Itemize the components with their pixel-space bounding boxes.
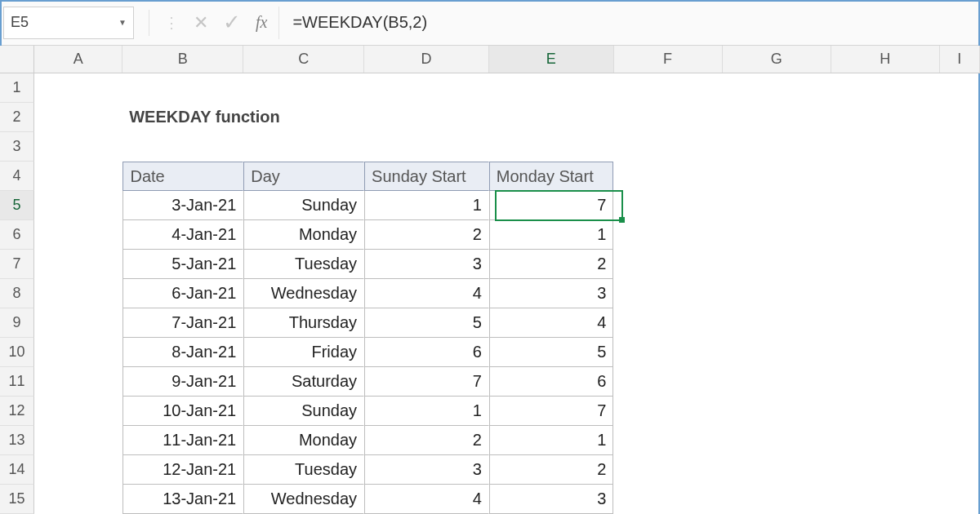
cell-I7[interactable] [940, 250, 980, 279]
cell-A15[interactable] [34, 485, 122, 514]
cell-I9[interactable] [940, 308, 980, 338]
cell-G1[interactable] [722, 73, 831, 103]
row-header-15[interactable]: 15 [0, 485, 34, 514]
cell-I6[interactable] [940, 220, 980, 250]
cell-B9[interactable]: 7-Jan-21 [122, 308, 243, 338]
cell-F8[interactable] [613, 279, 722, 308]
cell-G5[interactable] [723, 191, 831, 220]
cell-C13[interactable]: Monday [243, 426, 364, 455]
col-header-F[interactable]: F [614, 46, 723, 73]
cell-B15[interactable]: 13-Jan-21 [122, 485, 243, 514]
cell-C10[interactable]: Friday [243, 338, 364, 367]
cell-H3[interactable] [831, 132, 939, 162]
cell-G14[interactable] [723, 455, 831, 485]
cell-C5[interactable]: Sunday [243, 191, 364, 220]
col-header-D[interactable]: D [364, 46, 489, 73]
cell-F12[interactable] [613, 397, 722, 426]
cell-H4[interactable] [831, 162, 940, 191]
cell-A1[interactable] [34, 73, 122, 103]
cell-B13[interactable]: 11-Jan-21 [122, 426, 243, 455]
cell-D10[interactable]: 6 [364, 338, 489, 367]
row-header-14[interactable]: 14 [0, 455, 34, 485]
row-header-12[interactable]: 12 [0, 397, 34, 426]
cell-C8[interactable]: Wednesday [243, 279, 364, 308]
col-header-E[interactable]: E [489, 46, 614, 73]
cell-B5[interactable]: 3-Jan-21 [122, 191, 243, 220]
cell-D2[interactable] [366, 103, 490, 132]
cell-D12[interactable]: 1 [364, 397, 489, 426]
cell-E5[interactable]: 7 [489, 191, 614, 220]
cell-I8[interactable] [940, 279, 980, 308]
cell-H11[interactable] [831, 367, 940, 397]
cell-I2[interactable] [940, 103, 980, 132]
row-header-13[interactable]: 13 [0, 426, 34, 455]
cell-D14[interactable]: 3 [364, 455, 489, 485]
cell-A2[interactable] [34, 103, 122, 132]
cell-B3[interactable] [122, 132, 243, 162]
cell-C7[interactable]: Tuesday [243, 250, 364, 279]
cell-G3[interactable] [722, 132, 831, 162]
cell-H14[interactable] [831, 455, 940, 485]
row-header-6[interactable]: 6 [0, 220, 34, 250]
col-header-B[interactable]: B [122, 46, 243, 73]
name-box[interactable]: E5 ▼ [3, 7, 134, 39]
cell-I3[interactable] [940, 132, 980, 162]
cell-H5[interactable] [831, 191, 940, 220]
cell-D9[interactable]: 5 [364, 308, 489, 338]
cell-B11[interactable]: 9-Jan-21 [122, 367, 243, 397]
cell-F3[interactable] [613, 132, 722, 162]
cell-D3[interactable] [364, 132, 489, 162]
row-header-11[interactable]: 11 [0, 367, 34, 397]
cell-C9[interactable]: Thursday [243, 308, 364, 338]
cell-H13[interactable] [831, 426, 940, 455]
select-all-corner[interactable] [0, 46, 34, 73]
cell-G12[interactable] [723, 397, 831, 426]
cell-E2[interactable] [490, 103, 614, 132]
row-header-4[interactable]: 4 [0, 162, 34, 191]
cell-G8[interactable] [723, 279, 831, 308]
cell-A7[interactable] [34, 250, 122, 279]
cell-D4[interactable]: Sunday Start [364, 162, 489, 191]
cell-F5[interactable] [613, 191, 722, 220]
cell-D15[interactable]: 4 [364, 485, 489, 514]
cell-C2[interactable] [245, 103, 365, 132]
cell-B1[interactable] [122, 73, 243, 103]
cell-I13[interactable] [940, 426, 980, 455]
formula-input[interactable]: =WEEKDAY(B5,2) [278, 7, 980, 39]
cell-F4[interactable] [613, 162, 722, 191]
col-header-A[interactable]: A [34, 46, 122, 73]
cell-I12[interactable] [940, 397, 980, 426]
cell-E12[interactable]: 7 [489, 397, 614, 426]
cell-C1[interactable] [243, 73, 364, 103]
row-header-9[interactable]: 9 [0, 308, 34, 338]
cell-E9[interactable]: 4 [489, 308, 614, 338]
cell-F10[interactable] [613, 338, 722, 367]
cell-C6[interactable]: Monday [243, 220, 364, 250]
cell-E6[interactable]: 1 [489, 220, 614, 250]
cancel-icon[interactable]: ✕ [194, 12, 208, 33]
cell-F7[interactable] [613, 250, 722, 279]
cell-D1[interactable] [364, 73, 489, 103]
cell-B2[interactable]: WEEKDAY function [122, 103, 245, 132]
col-header-G[interactable]: G [723, 46, 831, 73]
cell-E8[interactable]: 3 [489, 279, 614, 308]
cell-C3[interactable] [243, 132, 364, 162]
cell-G10[interactable] [723, 338, 831, 367]
cell-F13[interactable] [613, 426, 722, 455]
cell-H2[interactable] [831, 103, 940, 132]
cell-H6[interactable] [831, 220, 940, 250]
cell-B10[interactable]: 8-Jan-21 [122, 338, 243, 367]
cell-I4[interactable] [940, 162, 980, 191]
cell-B6[interactable]: 4-Jan-21 [122, 220, 243, 250]
cell-G2[interactable] [723, 103, 831, 132]
cell-F11[interactable] [613, 367, 722, 397]
fx-icon[interactable]: fx [256, 13, 267, 32]
row-header-7[interactable]: 7 [0, 250, 34, 279]
cell-G6[interactable] [723, 220, 831, 250]
col-header-H[interactable]: H [831, 46, 940, 73]
cell-F2[interactable] [614, 103, 723, 132]
row-header-3[interactable]: 3 [0, 132, 34, 162]
cell-G4[interactable] [723, 162, 831, 191]
cell-A13[interactable] [34, 426, 122, 455]
cell-H12[interactable] [831, 397, 940, 426]
